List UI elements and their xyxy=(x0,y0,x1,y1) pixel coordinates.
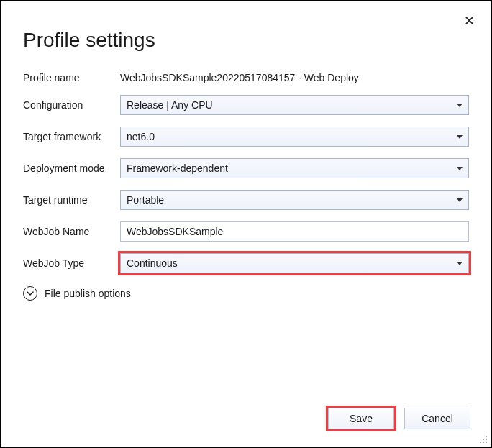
select-configuration-value: Release | Any CPU xyxy=(127,99,213,111)
label-configuration: Configuration xyxy=(23,99,120,111)
close-icon: ✕ xyxy=(464,14,475,28)
resize-grip-icon xyxy=(478,434,488,444)
chevron-down-icon xyxy=(23,286,37,301)
row-target-framework: Target framework net6.0 xyxy=(23,127,469,147)
close-button[interactable]: ✕ xyxy=(461,12,478,30)
expander-file-publish-options[interactable]: File publish options xyxy=(23,286,469,301)
profile-settings-dialog: Profile settings Profile name WebJobsSDK… xyxy=(1,1,491,315)
cancel-button-label: Cancel xyxy=(422,413,453,424)
select-target-runtime-value: Portable xyxy=(127,194,164,206)
cancel-button[interactable]: Cancel xyxy=(404,408,470,429)
select-target-framework[interactable]: net6.0 xyxy=(120,127,469,147)
expander-label: File publish options xyxy=(45,288,131,299)
svg-point-4 xyxy=(483,442,484,443)
svg-point-2 xyxy=(486,439,487,440)
select-configuration[interactable]: Release | Any CPU xyxy=(120,95,469,115)
select-target-runtime[interactable]: Portable xyxy=(120,190,469,210)
svg-point-5 xyxy=(486,442,487,443)
label-target-runtime: Target runtime xyxy=(23,194,120,206)
row-configuration: Configuration Release | Any CPU xyxy=(23,95,469,115)
dialog-button-row: Save Cancel xyxy=(328,408,470,429)
row-webjob-type: WebJob Type Continuous xyxy=(23,253,469,273)
label-profile-name: Profile name xyxy=(23,72,120,83)
select-deployment-mode-value: Framework-dependent xyxy=(127,163,228,174)
select-webjob-type-value: Continuous xyxy=(127,257,178,269)
label-webjob-type: WebJob Type xyxy=(23,257,120,269)
svg-point-3 xyxy=(480,442,481,443)
row-deployment-mode: Deployment mode Framework-dependent xyxy=(23,158,469,178)
row-webjob-name: WebJob Name WebJobsSDKSample xyxy=(23,221,469,242)
input-webjob-name-value: WebJobsSDKSample xyxy=(127,226,223,237)
label-target-framework: Target framework xyxy=(23,131,120,142)
save-button[interactable]: Save xyxy=(328,408,394,429)
label-webjob-name: WebJob Name xyxy=(23,226,120,237)
svg-point-0 xyxy=(486,436,487,437)
row-target-runtime: Target runtime Portable xyxy=(23,190,469,210)
label-deployment-mode: Deployment mode xyxy=(23,163,120,174)
select-webjob-type[interactable]: Continuous xyxy=(120,253,469,273)
page-title: Profile settings xyxy=(23,29,469,52)
value-profile-name: WebJobsSDKSample20220517084157 - Web Dep… xyxy=(120,72,469,83)
row-profile-name: Profile name WebJobsSDKSample20220517084… xyxy=(23,72,469,83)
select-deployment-mode[interactable]: Framework-dependent xyxy=(120,158,469,178)
input-webjob-name[interactable]: WebJobsSDKSample xyxy=(120,221,469,242)
svg-point-1 xyxy=(483,439,484,440)
select-target-framework-value: net6.0 xyxy=(127,131,155,142)
save-button-label: Save xyxy=(350,413,373,424)
